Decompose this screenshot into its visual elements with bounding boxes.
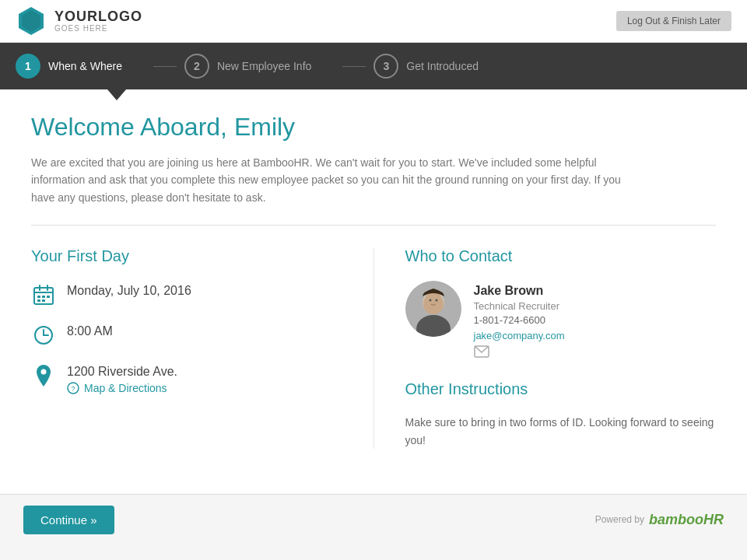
other-instructions-text: Make sure to bring in two forms of ID. L… (405, 414, 717, 449)
svg-point-22 (429, 299, 431, 302)
step-2[interactable]: 2 New Employee Info (184, 54, 311, 79)
steps-bar: 1 When & Where 2 New Employee Info 3 Get… (0, 43, 747, 89)
step-1-label: When & Where (48, 60, 122, 72)
svg-point-23 (435, 299, 437, 302)
step-1-circle: 1 (16, 54, 40, 79)
step-3[interactable]: 3 Get Introduced (374, 54, 479, 79)
svg-rect-8 (47, 296, 50, 298)
time-text: 8:00 AM (67, 321, 113, 338)
contact-role: Technical Recruiter (474, 300, 565, 312)
contact-email-link[interactable]: jake@company.com (474, 330, 565, 341)
svg-point-14 (41, 369, 47, 375)
step-divider-1 (153, 66, 177, 67)
svg-point-21 (425, 292, 442, 310)
avatar (405, 281, 461, 337)
svg-rect-10 (42, 299, 45, 302)
footer: Continue » Powered by bambooHR (0, 494, 747, 544)
arrow-down (107, 89, 126, 100)
contact-details: Jake Brown Technical Recruiter 1-801-724… (474, 281, 565, 362)
step-2-circle: 2 (184, 54, 209, 79)
step-3-circle: 3 (374, 54, 398, 79)
logo-area: YOURLOGO GOES HERE (16, 5, 142, 37)
powered-label: Powered by (595, 514, 644, 525)
step-3-label: Get Introduced (406, 60, 479, 72)
step-divider-2 (342, 66, 366, 67)
main-content: Welcome Aboard, Emily We are excited tha… (0, 89, 747, 494)
other-instructions-title: Other Instructions (405, 380, 717, 398)
first-day-column: Your First Day Monday, July (31, 247, 374, 449)
map-directions-link[interactable]: ? Map & Directions (67, 382, 177, 394)
content-divider (31, 225, 716, 226)
logo-icon (16, 5, 47, 37)
address-row: 1200 Riverside Ave. ? Map & Directions (31, 362, 342, 394)
time-row: 8:00 AM (31, 321, 342, 348)
date-text: Monday, July 10, 2016 (67, 281, 191, 298)
contact-column: Who to Contact J (374, 247, 717, 449)
contact-name: Jake Brown (474, 284, 565, 298)
contact-phone: 1-801-724-6600 (474, 314, 565, 326)
mail-icon (474, 345, 565, 362)
address-text: 1200 Riverside Ave. (67, 362, 177, 379)
address-block: 1200 Riverside Ave. ? Map & Directions (67, 362, 177, 394)
powered-by: Powered by bambooHR (595, 512, 724, 528)
header: YOURLOGO GOES HERE Log Out & Finish Late… (0, 0, 747, 43)
location-icon (31, 363, 56, 388)
bamboohr-logo: bambooHR (649, 512, 724, 528)
clock-icon (31, 323, 56, 348)
two-column-layout: Your First Day Monday, July (31, 247, 716, 449)
brand-name: YOURLOGO (54, 9, 142, 25)
contact-title: Who to Contact (405, 247, 717, 265)
contact-area: Jake Brown Technical Recruiter 1-801-724… (405, 281, 717, 362)
calendar-icon (31, 282, 56, 307)
svg-rect-7 (42, 296, 45, 298)
logo-text: YOURLOGO GOES HERE (54, 9, 142, 33)
svg-rect-6 (37, 296, 40, 298)
welcome-text: We are excited that you are joining us h… (31, 154, 638, 206)
welcome-title: Welcome Aboard, Emily (31, 113, 716, 142)
svg-rect-9 (37, 299, 40, 302)
step-2-label: New Employee Info (217, 60, 311, 72)
map-link-icon: ? (67, 382, 79, 394)
continue-button[interactable]: Continue » (23, 506, 114, 534)
brand-sub: GOES HERE (54, 24, 142, 33)
svg-text:?: ? (71, 385, 75, 393)
first-day-title: Your First Day (31, 247, 342, 265)
date-row: Monday, July 10, 2016 (31, 281, 342, 307)
step-1[interactable]: 1 When & Where (16, 54, 122, 79)
logout-button[interactable]: Log Out & Finish Later (616, 11, 731, 31)
avatar-image (405, 281, 461, 337)
